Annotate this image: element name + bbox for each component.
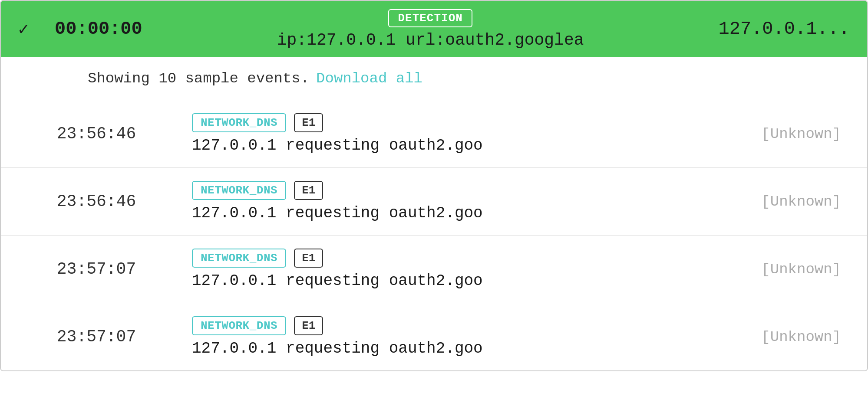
- header-time: 00:00:00: [55, 19, 142, 39]
- download-all-link[interactable]: Download all: [316, 70, 422, 87]
- badge-network-dns: NETWORK_DNS: [192, 181, 286, 200]
- badge-network-dns: NETWORK_DNS: [192, 316, 286, 335]
- event-status: [Unknown]: [746, 261, 841, 278]
- event-row[interactable]: 23:56:46 NETWORK_DNS E1 127.0.0.1 reques…: [1, 100, 867, 168]
- event-description: 127.0.0.1 requesting oauth2.goo: [192, 204, 483, 222]
- header-center: DETECTION ip:127.0.0.1 url:oauth2.google…: [168, 9, 693, 49]
- event-badges: NETWORK_DNS E1: [192, 316, 323, 335]
- header-row: ✓ 00:00:00 DETECTION ip:127.0.0.1 url:oa…: [1, 1, 867, 57]
- event-badges: NETWORK_DNS E1: [192, 249, 323, 268]
- event-middle: NETWORK_DNS E1 127.0.0.1 requesting oaut…: [166, 181, 728, 222]
- badge-e1: E1: [294, 181, 323, 200]
- event-badges: NETWORK_DNS E1: [192, 181, 323, 200]
- event-time: 23:56:46: [27, 192, 166, 211]
- event-row[interactable]: 23:57:07 NETWORK_DNS E1 127.0.0.1 reques…: [1, 303, 867, 370]
- sample-events-row: Showing 10 sample events. Download all: [1, 57, 867, 100]
- event-description: 127.0.0.1 requesting oauth2.goo: [192, 137, 483, 154]
- event-status: [Unknown]: [746, 126, 841, 142]
- chevron-icon[interactable]: ✓: [18, 19, 29, 40]
- event-middle: NETWORK_DNS E1 127.0.0.1 requesting oaut…: [166, 113, 728, 154]
- sample-events-text: Showing 10 sample events.: [88, 70, 309, 87]
- badge-e1: E1: [294, 113, 323, 132]
- event-time: 23:56:46: [27, 124, 166, 143]
- event-description: 127.0.0.1 requesting oauth2.goo: [192, 272, 483, 290]
- badge-network-dns: NETWORK_DNS: [192, 249, 286, 268]
- badge-network-dns: NETWORK_DNS: [192, 113, 286, 132]
- badge-e1: E1: [294, 316, 323, 335]
- event-badges: NETWORK_DNS E1: [192, 113, 323, 132]
- main-container: ✓ 00:00:00 DETECTION ip:127.0.0.1 url:oa…: [0, 0, 868, 371]
- header-ip-url: ip:127.0.0.1 url:oauth2.googlea: [277, 31, 584, 49]
- detection-badge: DETECTION: [388, 9, 472, 27]
- event-description: 127.0.0.1 requesting oauth2.goo: [192, 340, 483, 357]
- events-list: 23:56:46 NETWORK_DNS E1 127.0.0.1 reques…: [1, 100, 867, 370]
- event-middle: NETWORK_DNS E1 127.0.0.1 requesting oaut…: [166, 249, 728, 290]
- event-time: 23:57:07: [27, 327, 166, 346]
- event-row[interactable]: 23:56:46 NETWORK_DNS E1 127.0.0.1 reques…: [1, 168, 867, 236]
- event-time: 23:57:07: [27, 260, 166, 278]
- event-middle: NETWORK_DNS E1 127.0.0.1 requesting oaut…: [166, 316, 728, 357]
- header-right-ip: 127.0.0.1...: [719, 19, 850, 39]
- event-row[interactable]: 23:57:07 NETWORK_DNS E1 127.0.0.1 reques…: [1, 236, 867, 303]
- event-status: [Unknown]: [746, 329, 841, 345]
- badge-e1: E1: [294, 249, 323, 268]
- event-status: [Unknown]: [746, 193, 841, 210]
